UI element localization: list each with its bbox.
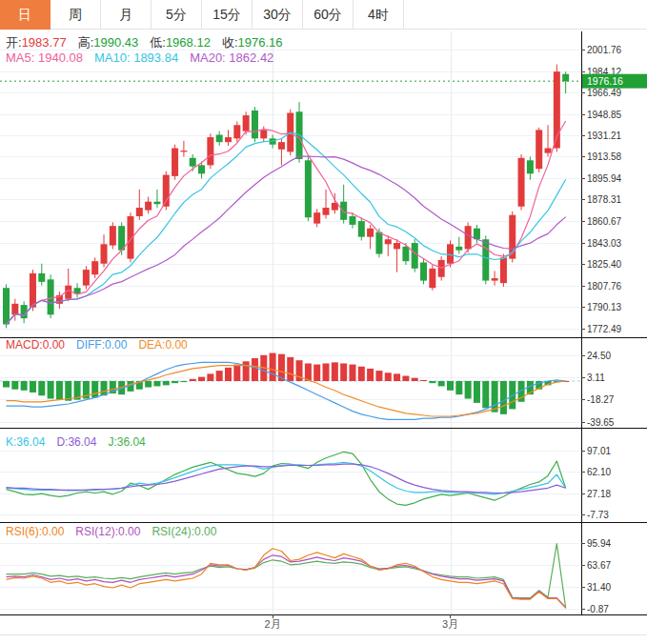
candle-body xyxy=(30,273,36,308)
candle-body xyxy=(110,226,116,245)
rsi-series xyxy=(7,544,566,609)
rsi-labels-rsi6: RSI(6):0.00 xyxy=(6,525,64,538)
y-axis-label: 1966.49 xyxy=(587,88,622,98)
y-axis-label: -39.65 xyxy=(587,417,615,428)
y-axis-label: 1913.58 xyxy=(587,151,622,162)
y-axis-label: 1772.49 xyxy=(587,324,622,334)
macd-labels-diff: DIFF:0.00 xyxy=(76,338,127,352)
macd-bar xyxy=(349,365,355,381)
candle-body xyxy=(313,212,320,223)
candle-body xyxy=(145,202,152,211)
candle-body xyxy=(375,232,382,254)
y-axis-label: 1807.76 xyxy=(587,281,622,292)
info-ma-ma10: MA10: 1893.84 xyxy=(94,50,178,65)
y-axis-label: 1895.94 xyxy=(587,173,622,184)
tab-interval-6[interactable]: 30分 xyxy=(253,0,303,30)
ohlc-row: 开:1983.77高:1990.43低:1968.12收:1976.16 xyxy=(6,34,294,51)
ma10-line xyxy=(7,132,566,324)
candle-body xyxy=(3,288,10,324)
candle-body xyxy=(500,257,507,283)
candle-body xyxy=(465,226,472,249)
ma20-value: 1862.42 xyxy=(229,50,273,65)
macd-bar xyxy=(394,373,400,381)
candle-body xyxy=(21,305,28,318)
candle-body xyxy=(367,229,374,237)
candle-body xyxy=(518,158,525,207)
macd-bar xyxy=(233,365,240,381)
candle-body xyxy=(385,239,392,244)
kdj-series xyxy=(7,452,566,505)
rsi-labels-rsi24: RSI(24):0.00 xyxy=(152,525,216,538)
candle-body xyxy=(252,111,258,138)
candle-body xyxy=(412,243,418,269)
close-value: 1976.16 xyxy=(238,35,283,50)
candle-body xyxy=(358,221,365,237)
candlestick-series xyxy=(3,65,569,329)
macd-bar xyxy=(367,369,374,381)
tab-interval-3[interactable]: 月 xyxy=(101,0,152,30)
y-axis-label: 95.94 xyxy=(587,538,611,549)
candle-body xyxy=(136,208,143,216)
macd-bar xyxy=(153,381,160,386)
candle-body xyxy=(48,279,54,314)
y-axis-label: 31.40 xyxy=(587,582,611,593)
info-ohlc-low: 低:1968.12 xyxy=(150,35,211,50)
current-price-tag-value: 1976.16 xyxy=(587,75,623,87)
close-label: 收: xyxy=(222,35,238,50)
kdj-labels-d: D:36.04 xyxy=(56,435,96,449)
macd-bar xyxy=(375,371,382,381)
macd-label-row: MACD:0.00DIFF:0.00DEA:0.00 xyxy=(6,338,199,352)
ma-row: MA5: 1940.08MA10: 1893.84MA20: 1862.42 xyxy=(6,50,285,65)
ma10-value: 1893.84 xyxy=(133,50,178,65)
macd-bar xyxy=(438,381,445,386)
y-axis-label: 1843.03 xyxy=(587,238,622,249)
y-axis-label: 3.11 xyxy=(587,372,605,383)
x-axis-label: 2月 xyxy=(265,618,281,630)
macd-bar xyxy=(172,381,178,383)
tab-interval-4[interactable]: 5分 xyxy=(152,0,202,30)
candle-body xyxy=(545,149,552,153)
diff-line xyxy=(7,362,566,419)
candle-body xyxy=(429,269,435,288)
y-axis-label: -18.27 xyxy=(587,394,615,405)
candle-body xyxy=(11,304,18,314)
macd-bar xyxy=(91,381,98,397)
rsi24-line xyxy=(7,544,566,609)
interval-tabbar: 日周月5分15分30分60分4时 xyxy=(0,0,647,30)
macd-bar xyxy=(3,381,10,388)
tab-interval-2[interactable]: 周 xyxy=(51,0,101,30)
y-axis-label: 1790.13 xyxy=(587,302,622,312)
macd-bar xyxy=(305,363,312,381)
macd-bar xyxy=(145,381,152,388)
high-value: 1990.43 xyxy=(93,35,138,50)
tab-interval-7[interactable]: 60分 xyxy=(303,0,354,30)
macd-bar xyxy=(287,357,293,381)
macd-bar xyxy=(270,353,276,381)
y-axis-label: -0.87 xyxy=(587,604,609,614)
macd-bar xyxy=(420,380,427,381)
kline-chart-app: 日周月5分15分30分60分4时 开:1983.77高:1990.43低:196… xyxy=(0,0,647,644)
macd-bar xyxy=(492,381,498,413)
candle-body xyxy=(492,278,498,281)
y-axis-label: 1860.67 xyxy=(587,216,622,227)
macd-bar xyxy=(323,363,330,381)
info-ohlc-close: 收:1976.16 xyxy=(222,35,283,50)
j-line xyxy=(7,452,566,505)
macd-bar xyxy=(412,378,418,381)
candle-body xyxy=(260,130,267,138)
macd-bar xyxy=(65,381,71,401)
macd-bar xyxy=(48,381,54,399)
candle-body xyxy=(216,134,223,142)
tab-interval-1[interactable]: 日 xyxy=(0,0,51,30)
tab-interval-5[interactable]: 15分 xyxy=(202,0,253,30)
macd-bar xyxy=(190,379,196,381)
info-ohlc-open: 开:1983.77 xyxy=(6,35,67,50)
macd-bar xyxy=(225,368,232,381)
candle-body xyxy=(83,270,90,286)
macd-bar xyxy=(447,381,454,391)
y-axis-label: 63.67 xyxy=(587,560,611,571)
tab-interval-8[interactable]: 4时 xyxy=(354,0,404,30)
high-label: 高: xyxy=(78,35,94,50)
macd-bar xyxy=(163,381,170,385)
candle-body xyxy=(153,202,160,205)
